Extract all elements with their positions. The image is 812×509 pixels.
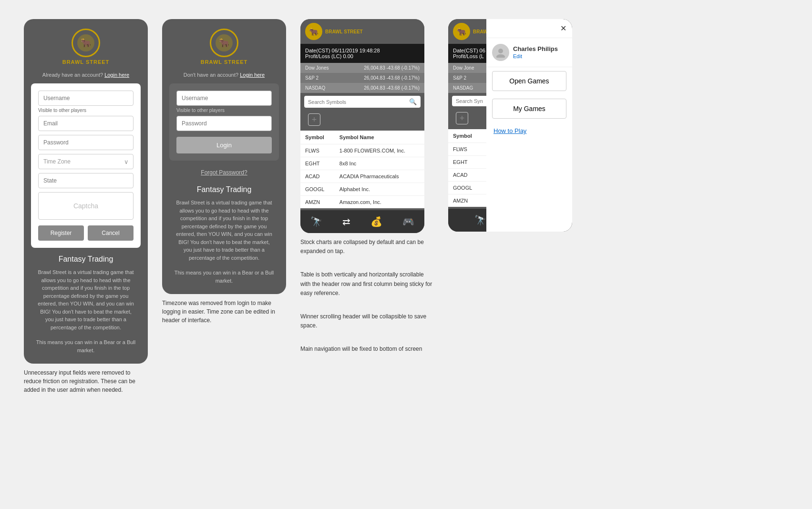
column-game: 🐂 BRAWL STREET Date(CST) 06/11/2019 19:4… <box>300 19 434 354</box>
logo-icon-2: 🐂 <box>210 29 238 57</box>
password-input[interactable] <box>38 135 134 150</box>
phone-login: 🐂 BRAWL STREET Don't have an account? Lo… <box>162 19 286 294</box>
ticker-nasdaq-name: NASDAQ <box>305 85 325 91</box>
svg-text:🐂: 🐂 <box>81 38 92 48</box>
table-row[interactable]: ACADACADIA Pharmaceuticals <box>300 170 424 183</box>
nav-camera-icon[interactable]: 💰 <box>370 216 382 227</box>
profile-panel-header: ✕ <box>486 19 572 38</box>
svg-point-5 <box>496 54 505 58</box>
visible-label-2: Visible to other players <box>176 108 272 113</box>
table-row[interactable]: GOOGLAlphabet Inc. <box>300 183 424 196</box>
phone-profile: 🐂 BRAWL STREET Date(CST) 06 Profit/Loss … <box>448 19 572 232</box>
login-password-input[interactable] <box>176 116 272 131</box>
symbol-cell: FLWS <box>300 144 335 157</box>
svg-point-4 <box>498 49 503 53</box>
visible-label-1: Visible to other players <box>38 108 134 113</box>
name-cell: Alphabet Inc. <box>335 183 424 196</box>
symbol-cell: AMZN <box>300 196 335 209</box>
table-row[interactable]: AMZNAmazon.com, Inc. <box>300 196 424 209</box>
game-date: Date(CST) 06/11/2019 19:48:28 <box>305 48 420 53</box>
search-icon: 🔍 <box>409 98 417 105</box>
name-cell: ACADIA Pharmaceuticals <box>335 170 424 183</box>
fantasy-text-1: Brawl Street is a virtual trading game t… <box>36 268 136 331</box>
fantasy-title-1: Fantasy Trading <box>36 255 136 264</box>
annotation-1: Unnecessary input fields were removed to… <box>24 368 148 394</box>
add-symbol-button[interactable]: + <box>308 113 320 126</box>
annotation-3-4: Main navigation will be fixed to bottom … <box>300 345 434 354</box>
edit-profile-link[interactable]: Edit <box>513 53 522 59</box>
column-profile: 🐂 BRAWL STREET Date(CST) 06 Profit/Loss … <box>448 19 572 232</box>
fantasy-text2-1: This means you can win in a Bear or a Bu… <box>36 338 136 354</box>
name-cell: 8x8 Inc <box>335 157 424 170</box>
login-form: Visible to other players Login <box>169 83 279 161</box>
nav-gamepad-icon[interactable]: 🎮 <box>402 216 414 227</box>
login-button[interactable]: Login <box>176 137 272 153</box>
email-input[interactable] <box>38 116 134 131</box>
ticker-sp-name: S&P 2 <box>305 75 319 81</box>
timezone-wrapper: Time Zone <box>38 154 134 169</box>
annotation-3-2: Table is both vertically and horizontall… <box>300 270 434 298</box>
game-logo-icon: 🐂 <box>305 23 322 40</box>
logo-icon-1: 🐂 <box>72 29 100 57</box>
ticker-nasdaq-val: 26,004.83 -43.68 (-0.17%) <box>364 85 420 91</box>
close-profile-button[interactable]: ✕ <box>560 24 566 33</box>
how-to-play-link[interactable]: How to Play <box>486 122 572 139</box>
svg-text:🐂: 🐂 <box>219 38 230 48</box>
open-games-button[interactable]: Open Games <box>492 71 566 91</box>
ticker-row-1: Dow Jones 26,004.83 -43.68 (-0.17%) <box>300 63 424 73</box>
nav-switch-icon[interactable]: ⇄ <box>342 216 350 227</box>
user-info-block: Charles Philips Edit <box>513 45 558 60</box>
logo-area-1: 🐂 BRAWL STREET <box>62 29 110 65</box>
symbol-table: Symbol Symbol Name FLWS1-800 FLOWERS.COM… <box>300 131 424 208</box>
annotations-col-3: Stock charts are collapsed by default an… <box>300 238 434 354</box>
login-link-2[interactable]: Login here <box>240 72 265 78</box>
register-button[interactable]: Register <box>38 225 84 241</box>
username-input[interactable] <box>38 91 134 106</box>
logo-text-2: BRAWL STREET <box>201 59 248 65</box>
registration-form: Visible to other players Time Zone Captc… <box>31 83 141 248</box>
my-games-button[interactable]: My Games <box>492 99 566 119</box>
ticker-row-3: NASDAQ 26,004.83 -43.68 (-0.17%) <box>300 83 424 93</box>
phone-game: 🐂 BRAWL STREET Date(CST) 06/11/2019 19:4… <box>300 19 424 233</box>
col-header-name: Symbol Name <box>335 131 424 144</box>
fantasy-title-2: Fantasy Trading <box>174 185 274 194</box>
fantasy-section-2: Fantasy Trading Brawl Street is a virtua… <box>169 185 279 285</box>
annotation-3-1: Stock charts are collapsed by default an… <box>300 238 434 256</box>
search-bar: 🔍 <box>304 96 421 108</box>
profile-overlay-panel: ✕ Charles Philips Edit Open Games <box>486 19 572 232</box>
date-profit-bar: Date(CST) 06/11/2019 19:48:28 Profit/Los… <box>300 44 424 63</box>
timezone-select[interactable]: Time Zone <box>38 154 134 169</box>
login-username-input[interactable] <box>176 91 272 106</box>
profile-nav-binoculars[interactable]: 🔭 <box>474 214 486 226</box>
add-btn-wrapper: + <box>300 111 424 129</box>
state-input[interactable] <box>38 173 134 188</box>
account-prompt-2: Don't have an account? Login here <box>184 72 265 78</box>
page-layout: 🐂 BRAWL STREET Already have an account? … <box>10 10 802 404</box>
name-cell: 1-800 FLOWERS.COM, Inc. <box>335 144 424 157</box>
account-prompt-1: Already have an account? Login here <box>42 72 129 78</box>
table-row[interactable]: FLWS1-800 FLOWERS.COM, Inc. <box>300 144 424 157</box>
column-login: 🐂 BRAWL STREET Don't have an account? Lo… <box>162 19 286 325</box>
nav-binoculars-icon[interactable]: 🔭 <box>310 216 322 227</box>
ticker-dow-val: 26,004.83 -43.68 (-0.17%) <box>364 65 420 71</box>
user-name-label: Charles Philips <box>513 45 558 52</box>
annotation-3-3: Winner scrolling header will be collapsi… <box>300 312 434 330</box>
symbol-cell: ACAD <box>300 170 335 183</box>
name-cell: Amazon.com, Inc. <box>335 196 424 209</box>
fantasy-text-2: Brawl Street is a virtual trading game t… <box>174 199 274 262</box>
phone-registration: 🐂 BRAWL STREET Already have an account? … <box>24 19 148 364</box>
game-logo-text: BRAWL STREET <box>325 29 363 34</box>
table-row[interactable]: EGHT8x8 Inc <box>300 157 424 170</box>
profile-logo-icon: 🐂 <box>453 23 470 40</box>
ticker-dow-name: Dow Jones <box>305 65 329 71</box>
column-registration: 🐂 BRAWL STREET Already have an account? … <box>24 19 148 394</box>
cancel-button[interactable]: Cancel <box>88 225 134 241</box>
forgot-password-link[interactable]: Forgot Password? <box>201 169 247 176</box>
search-symbols-input[interactable] <box>308 99 409 105</box>
nav-bar: 🔭 ⇄ 💰 🎮 <box>300 210 424 233</box>
login-link-1[interactable]: Login here <box>104 72 129 78</box>
fantasy-text2-2: This means you can win in a Bear or a Bu… <box>174 269 274 285</box>
profile-user-section: Charles Philips Edit <box>486 38 572 67</box>
profile-add-button[interactable]: + <box>456 112 468 124</box>
captcha-box: Captcha <box>38 192 134 220</box>
